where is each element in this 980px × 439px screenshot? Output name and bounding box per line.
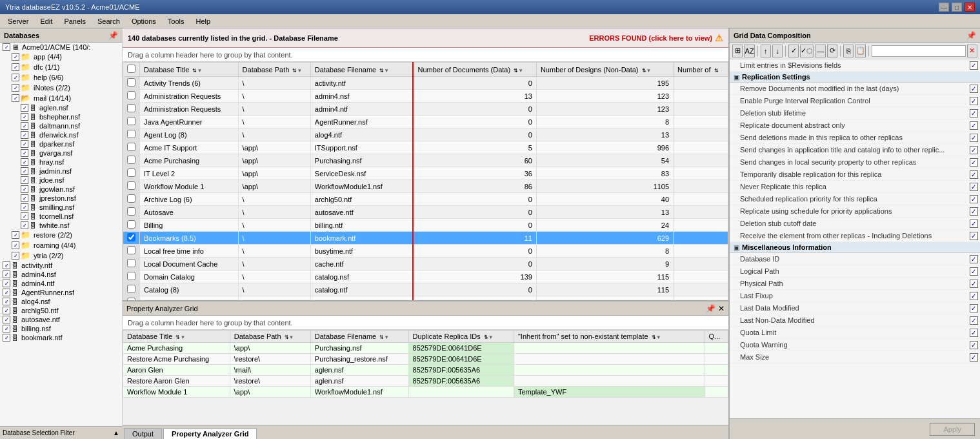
tree-checkbox-3[interactable] xyxy=(12,74,19,81)
analyzer-row-1[interactable]: Restore Acme Purchasing\restore\Purchasi… xyxy=(123,354,728,365)
acol-quota[interactable]: Q... xyxy=(705,331,728,343)
property-row-0-3[interactable]: Replicate document abstract only ✓ xyxy=(730,119,980,132)
col-select[interactable] xyxy=(123,63,140,77)
acol-filename[interactable]: Database Filename ⇅▼ xyxy=(310,331,408,343)
tree-checkbox-8[interactable] xyxy=(21,122,28,130)
tree-checkbox-17[interactable] xyxy=(21,203,28,211)
prop-checkbox-0-0[interactable]: ✓ xyxy=(967,85,980,93)
prop-checkbox-0-7[interactable]: ✓ xyxy=(967,170,980,179)
sidebar-tree-item-15[interactable]: 🗄jgowlan.nsf xyxy=(0,185,122,194)
prop-checkbox-0-9[interactable]: ✓ xyxy=(967,195,980,203)
prop-checkbox-0-3[interactable]: ✓ xyxy=(967,121,980,130)
errors-found-button[interactable]: ERRORS FOUND (click here to view) ⚠ xyxy=(589,33,723,43)
sidebar-tree-item-13[interactable]: 🗄jadmin.nsf xyxy=(0,167,122,176)
tree-checkbox-30[interactable] xyxy=(3,325,10,332)
prop-checkbox-1-5[interactable]: ✓ xyxy=(967,316,980,325)
refresh-btn[interactable]: ⟳ xyxy=(827,45,837,57)
tab-property-analyzer[interactable]: Property Analyzer Grid xyxy=(163,428,257,439)
prop-checkbox-1-6[interactable]: ✓ xyxy=(967,329,980,337)
tree-checkbox-6[interactable] xyxy=(21,104,28,112)
property-row-1-4[interactable]: Last Data Modified ✓ xyxy=(730,302,980,314)
property-row-1-5[interactable]: Last Non-Data Modified ✓ xyxy=(730,314,980,327)
property-row-0-11[interactable]: Deletion stub cutoff date ✓ xyxy=(730,218,980,230)
section-header-1[interactable]: ▣ Miscellaneous Information xyxy=(730,242,980,253)
right-panel-pin-icon[interactable]: 📌 xyxy=(966,31,976,40)
property-row-0-2[interactable]: Deletion stub lifetime ✓ xyxy=(730,107,980,119)
sidebar-tree-item-10[interactable]: 🗄dparker.nsf xyxy=(0,139,122,148)
prop-checkbox-0-6[interactable]: ✓ xyxy=(967,158,980,167)
tree-checkbox-31[interactable] xyxy=(3,334,10,342)
property-row-0-9[interactable]: Scheduled replication priority for this … xyxy=(730,193,980,205)
row-checkbox-8[interactable] xyxy=(127,181,135,190)
row-checkbox-7[interactable] xyxy=(127,168,135,177)
prop-checkbox-1-8[interactable]: ✓ xyxy=(967,353,980,362)
check-none-btn[interactable]: — xyxy=(815,45,825,57)
sidebar-tree-item-23[interactable]: 🗄activity.ntf xyxy=(0,261,122,270)
sidebar-tree-item-18[interactable]: 🗄tcornell.nsf xyxy=(0,212,122,221)
top-grid-row-0[interactable]: Activity Trends (6)\activity.ntf0195 xyxy=(123,77,728,90)
property-row-1-2[interactable]: Physical Path ✓ xyxy=(730,278,980,290)
maximize-button[interactable]: □ xyxy=(952,3,962,12)
tree-checkbox-1[interactable] xyxy=(12,53,19,61)
sort-category-btn[interactable]: ⊞ xyxy=(732,45,743,57)
tree-checkbox-20[interactable] xyxy=(12,231,19,239)
top-grid-row-4[interactable]: Agent Log (8)\alog4.ntf013 xyxy=(123,128,728,141)
row-checkbox-10[interactable] xyxy=(127,207,135,216)
sidebar-tree-item-5[interactable]: 📂mail (14/14) xyxy=(0,93,122,103)
property-row-1-6[interactable]: Quota Limit ✓ xyxy=(730,327,980,339)
tree-checkbox-24[interactable] xyxy=(3,271,10,278)
sidebar-tree-item-12[interactable]: 🗄hray.nsf xyxy=(0,158,122,167)
tree-checkbox-16[interactable] xyxy=(21,194,28,202)
top-grid-row-5[interactable]: Acme IT Support\app\ITSupport.nsf5996 xyxy=(123,141,728,154)
prop-checkbox-0-1[interactable]: ✓ xyxy=(967,97,980,105)
tree-checkbox-25[interactable] xyxy=(3,280,10,287)
minimize-button[interactable]: — xyxy=(939,3,949,12)
top-grid-row-7[interactable]: IT Level 2\app\ServiceDesk.nsf3683 xyxy=(123,167,728,180)
tree-checkbox-4[interactable] xyxy=(12,84,19,92)
row-checkbox-6[interactable] xyxy=(127,156,135,164)
sidebar-tree-item-16[interactable]: 🗄jpreston.nsf xyxy=(0,194,122,203)
tab-output[interactable]: Output xyxy=(124,428,162,439)
top-grid-row-14[interactable]: Local Document Cache\cache.ntf09 xyxy=(123,258,728,271)
analyzer-row-3[interactable]: Restore Aaron Glen\restore\aglen.nsf8525… xyxy=(123,376,728,387)
top-grid-row-6[interactable]: Acme Purchasing\app\Purchasing.nsf6054 xyxy=(123,154,728,167)
tree-checkbox-12[interactable] xyxy=(21,158,28,166)
property-row-0-8[interactable]: Never Replicate this replica ✓ xyxy=(730,181,980,193)
menu-server[interactable]: Server xyxy=(3,16,34,26)
tree-checkbox-14[interactable] xyxy=(21,176,28,184)
top-grid-row-3[interactable]: Java AgentRunner\AgentRunner.nsf08 xyxy=(123,116,728,128)
uncheck-visible-btn[interactable]: ✓◌ xyxy=(800,45,814,57)
sidebar-tree-item-14[interactable]: 🗄jdoe.nsf xyxy=(0,176,122,185)
row-checkbox-5[interactable] xyxy=(127,143,135,151)
menu-panels[interactable]: Panels xyxy=(59,16,91,26)
property-row-0-6[interactable]: Send changes in local security property … xyxy=(730,156,980,168)
sidebar-tree-item-19[interactable]: 🗄twhite.nsf xyxy=(0,221,122,230)
analyzer-row-0[interactable]: Acme Purchasing\app\Purchasing.nsf852579… xyxy=(123,343,728,354)
prop-checkbox-0-10[interactable]: ✓ xyxy=(967,207,980,216)
sort-alpha-btn[interactable]: AZ xyxy=(744,45,754,57)
sidebar-tree-item-3[interactable]: 📁help (6/6) xyxy=(0,72,122,83)
close-button[interactable]: ✕ xyxy=(965,3,975,12)
property-row-0-1[interactable]: Enable Purge Interval Replication Contro… xyxy=(730,95,980,107)
property-row-1-3[interactable]: Last Fixup ✓ xyxy=(730,290,980,302)
row-checkbox-14[interactable] xyxy=(127,259,135,267)
clear-search-btn[interactable]: ✕ xyxy=(967,45,977,57)
row-checkbox-12[interactable] xyxy=(127,233,135,241)
row-checkbox-4[interactable] xyxy=(127,130,135,138)
sidebar-tree-item-22[interactable]: 📁ytria (2/2) xyxy=(0,250,122,261)
sidebar-tree-item-11[interactable]: 🗄gvarga.nsf xyxy=(0,148,122,158)
sort-asc-btn[interactable]: ↑ xyxy=(761,45,771,57)
row-checkbox-15[interactable] xyxy=(127,272,135,280)
sidebar-tree-item-4[interactable]: 📁iNotes (2/2) xyxy=(0,83,122,93)
tree-checkbox-10[interactable] xyxy=(21,140,28,148)
property-row-1-8[interactable]: Max Size ✓ xyxy=(730,351,980,363)
property-row-1-1[interactable]: Logical Path ✓ xyxy=(730,265,980,278)
prop-checkbox-1-7[interactable]: ✓ xyxy=(967,341,980,349)
menu-edit[interactable]: Edit xyxy=(35,16,57,26)
prop-checkbox-1-4[interactable]: ✓ xyxy=(967,304,980,312)
sidebar-tree-item-29[interactable]: 🗄autosave.ntf xyxy=(0,315,122,324)
tree-checkbox-23[interactable] xyxy=(3,261,10,269)
copy-btn[interactable]: ⎘ xyxy=(843,45,854,57)
acol-path[interactable]: Database Path ⇅▼ xyxy=(230,331,310,343)
sidebar-tree-item-24[interactable]: 🗄admin4.nsf xyxy=(0,270,122,279)
